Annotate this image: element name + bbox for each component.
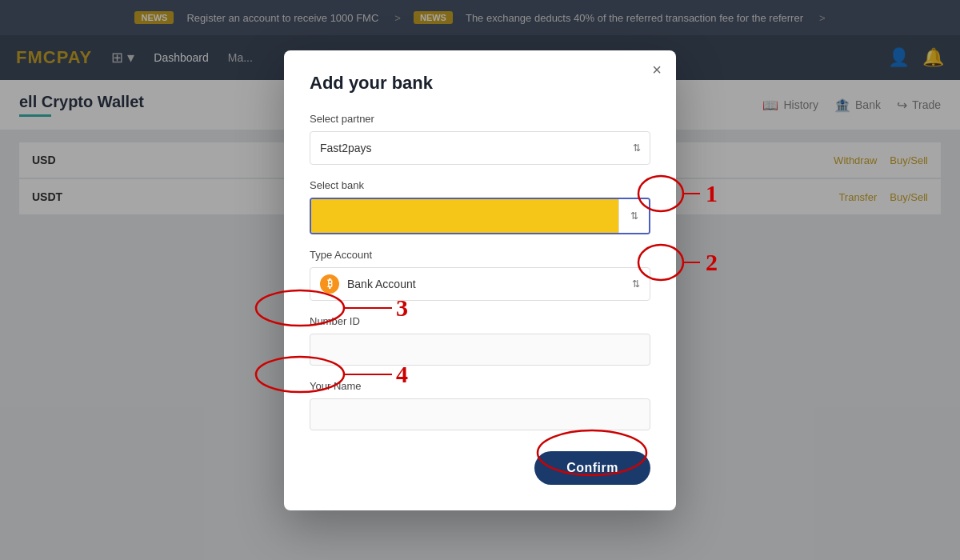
select-partner-label: Select partner bbox=[310, 113, 650, 125]
svg-text:1: 1 bbox=[706, 180, 718, 206]
type-account-label: Type Account bbox=[310, 249, 650, 261]
select-bank-wrapper[interactable]: ⇅ bbox=[310, 198, 650, 234]
your-name-label: Your Name bbox=[310, 380, 650, 392]
select-bank-group: Select bank ⇅ bbox=[310, 179, 650, 234]
select-bank-label: Select bank bbox=[310, 179, 650, 191]
type-account-value: Bank Account bbox=[347, 278, 624, 290]
your-name-group: Your Name bbox=[310, 380, 650, 430]
bank-select-yellow-bg bbox=[311, 199, 649, 233]
number-id-label: Number ID bbox=[310, 315, 650, 327]
type-account-wrapper[interactable]: ₿ Bank Account ⇅ bbox=[310, 267, 650, 301]
select-partner-wrapper: Fast2pays ⇅ bbox=[310, 131, 650, 165]
bitcoin-icon: ₿ bbox=[320, 274, 339, 294]
confirm-button[interactable]: Confirm bbox=[534, 451, 650, 485]
bank-select-arrow-button[interactable]: ⇅ bbox=[618, 199, 649, 233]
select-partner-input[interactable]: Fast2pays bbox=[310, 131, 650, 165]
modal-overlay: × Add your bank Select partner Fast2pays… bbox=[0, 0, 960, 560]
number-id-group: Number ID bbox=[310, 315, 650, 366]
svg-text:2: 2 bbox=[706, 249, 718, 275]
select-partner-group: Select partner Fast2pays ⇅ bbox=[310, 113, 650, 165]
your-name-input[interactable] bbox=[310, 398, 650, 430]
type-account-arrow-icon: ⇅ bbox=[632, 278, 640, 290]
add-bank-modal: × Add your bank Select partner Fast2pays… bbox=[284, 50, 676, 510]
number-id-input[interactable] bbox=[310, 334, 650, 366]
type-account-group: Type Account ₿ Bank Account ⇅ bbox=[310, 249, 650, 301]
modal-close-button[interactable]: × bbox=[652, 62, 662, 78]
modal-title: Add your bank bbox=[310, 73, 650, 94]
